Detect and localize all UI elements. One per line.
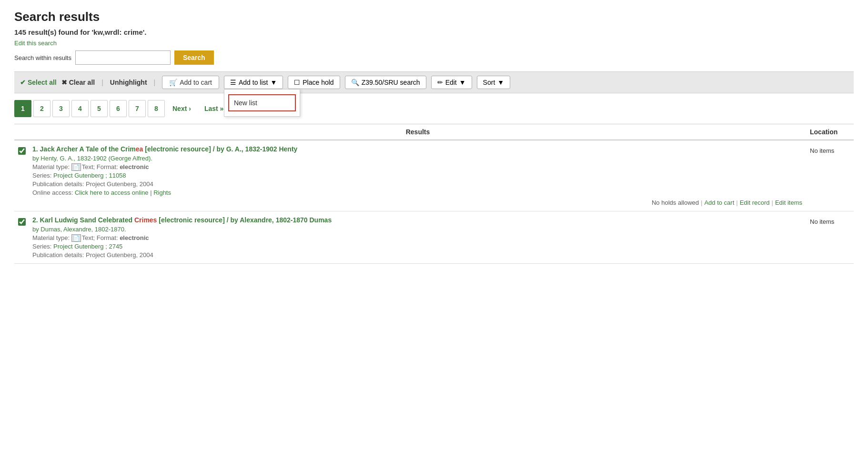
hold-icon: ☐ <box>294 79 300 86</box>
pagination: 1 2 3 4 5 6 7 8 Next › Last » <box>14 93 854 122</box>
pencil-icon: ✏ <box>437 79 443 86</box>
separator-2: | <box>154 79 156 86</box>
sort-chevron-down-icon: ▼ <box>497 79 504 86</box>
col-location-header: Location <box>806 124 854 140</box>
unhighlight-button[interactable]: Unhighlight <box>110 79 147 86</box>
edit-button[interactable]: ✏ Edit ▼ <box>431 76 472 89</box>
result-series: Series: Project Gutenberg ; 2745 <box>32 243 802 250</box>
page-title: Search results <box>14 10 854 24</box>
result-material-type: Material type: 📄Text; Format: electronic <box>32 234 802 241</box>
select-all-button[interactable]: ✔ Select all <box>20 79 57 86</box>
sort-button[interactable]: Sort ▼ <box>477 76 511 89</box>
result-publication: Publication details: Project Gutenberg, … <box>32 251 802 259</box>
edit-chevron-down-icon: ▼ <box>459 79 466 86</box>
result-main-cell: 2. Karl Ludwig Sand Celebrated Crimes [e… <box>30 211 806 264</box>
no-holds-label: No holds allowed <box>652 199 699 206</box>
page-2-button[interactable]: 2 <box>33 100 50 117</box>
edit-record-link[interactable]: Edit record <box>740 199 770 206</box>
series-link[interactable]: Project Gutenberg ; 11058 <box>53 172 126 179</box>
page-7-button[interactable]: 7 <box>129 100 146 117</box>
result-series: Series: Project Gutenberg ; 11058 <box>32 172 802 179</box>
result-checkbox[interactable] <box>18 218 26 226</box>
list-icon: ☰ <box>230 79 236 86</box>
add-to-cart-button[interactable]: 🛒 Add to cart <box>162 76 219 89</box>
title-highlight: ea <box>136 145 143 153</box>
title-highlight: Crimes <box>134 216 157 224</box>
result-title[interactable]: 1. Jack Archer A Tale of the Crimea [ele… <box>32 145 802 153</box>
check-icon: ✔ <box>20 79 26 86</box>
col-checkbox <box>14 124 30 140</box>
add-to-cart-link[interactable]: Add to cart <box>704 199 734 206</box>
edit-items-link[interactable]: Edit items <box>775 199 802 206</box>
result-title[interactable]: 2. Karl Ludwig Sand Celebrated Crimes [e… <box>32 216 802 224</box>
search-icon: 🔍 <box>351 79 359 86</box>
result-item-actions: No holds allowed|Add to cart|Edit record… <box>32 199 802 206</box>
cart-icon: 🛒 <box>169 79 177 86</box>
z39-search-button[interactable]: 🔍 Z39.50/SRU search <box>345 76 426 89</box>
series-link[interactable]: Project Gutenberg ; 2745 <box>53 243 122 250</box>
result-online-access: Online access: Click here to access onli… <box>32 189 802 196</box>
page-3-button[interactable]: 3 <box>52 100 70 117</box>
result-author[interactable]: by Dumas, Alexandre, 1802-1870. <box>32 226 802 233</box>
x-icon: ✖ <box>61 79 67 86</box>
result-location: No items <box>806 140 854 211</box>
col-results-header: Results <box>30 124 806 140</box>
online-access-link[interactable]: Click here to access online <box>75 189 149 196</box>
result-material-type: Material type: 📄Text; Format: electronic <box>32 163 802 170</box>
new-list-item[interactable]: New list <box>228 94 296 111</box>
place-hold-button[interactable]: ☐ Place hold <box>288 76 340 89</box>
add-to-list-dropdown: ☰ Add to list ▼ New list <box>224 76 283 89</box>
search-within-label: Search within results <box>14 54 71 61</box>
search-within-button[interactable]: Search <box>174 50 214 65</box>
result-location: No items <box>806 211 854 264</box>
result-checkbox[interactable] <box>18 147 26 155</box>
table-row: 1. Jack Archer A Tale of the Crimea [ele… <box>14 140 854 211</box>
page-6-button[interactable]: 6 <box>110 100 127 117</box>
next-page-button[interactable]: Next › <box>167 100 197 117</box>
page-8-button[interactable]: 8 <box>148 100 165 117</box>
separator-1: | <box>101 79 103 86</box>
page-1-button[interactable]: 1 <box>14 100 31 117</box>
chevron-down-icon: ▼ <box>270 79 277 86</box>
clear-all-button[interactable]: ✖ Clear all <box>61 79 95 86</box>
toolbar: ✔ Select all ✖ Clear all | Unhighlight |… <box>14 71 854 93</box>
result-publication: Publication details: Project Gutenberg, … <box>32 180 802 188</box>
rights-link[interactable]: Rights <box>153 189 171 196</box>
result-main-cell: 1. Jack Archer A Tale of the Crimea [ele… <box>30 140 806 211</box>
table-row: 2. Karl Ludwig Sand Celebrated Crimes [e… <box>14 211 854 264</box>
add-to-list-menu: New list <box>224 89 300 117</box>
add-to-list-button[interactable]: ☰ Add to list ▼ <box>224 76 283 89</box>
results-table: Results Location 1. Jack Archer A Tale o… <box>14 124 854 264</box>
result-author[interactable]: by Henty, G. A., 1832-1902 (George Alfre… <box>32 155 802 162</box>
page-5-button[interactable]: 5 <box>91 100 108 117</box>
edit-search-link[interactable]: Edit this search <box>14 40 57 47</box>
search-within-input[interactable] <box>75 50 171 65</box>
page-4-button[interactable]: 4 <box>71 100 89 117</box>
result-count: 145 result(s) found for 'kw,wrdl: crime'… <box>14 28 854 36</box>
